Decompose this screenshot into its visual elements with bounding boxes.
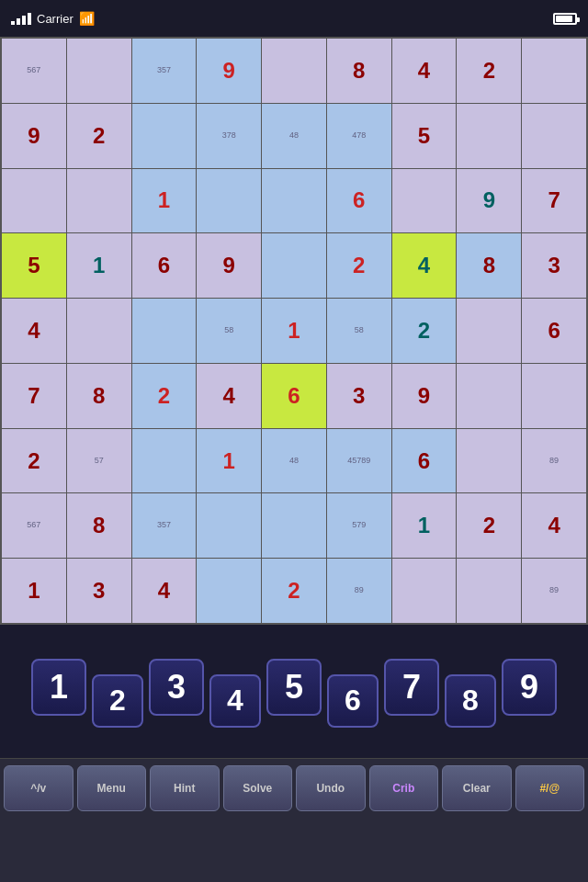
cell-2-4[interactable] xyxy=(262,169,326,233)
cell-4-1[interactable] xyxy=(67,299,131,363)
cell-6-0[interactable]: 2 xyxy=(2,429,66,493)
cell-3-7[interactable]: 8 xyxy=(457,233,521,298)
hint-button[interactable]: Hint xyxy=(150,765,220,811)
cell-4-6[interactable]: 2 xyxy=(392,299,457,363)
num-btn-3[interactable]: 3 xyxy=(149,659,204,716)
cell-6-3[interactable]: 1 xyxy=(197,429,261,493)
cell-0-4[interactable] xyxy=(262,39,326,103)
cell-2-5[interactable]: 6 xyxy=(327,169,391,233)
num-btn-6[interactable]: 6 xyxy=(327,674,379,728)
undo-button[interactable]: Undo xyxy=(296,765,366,811)
cell-3-2[interactable]: 6 xyxy=(132,233,197,298)
cell-5-3[interactable]: 4 xyxy=(197,364,261,428)
cell-7-4[interactable] xyxy=(262,493,326,558)
cell-5-5[interactable]: 3 xyxy=(327,364,391,428)
cell-5-1[interactable]: 8 xyxy=(67,364,131,428)
cell-4-0[interactable]: 4 xyxy=(2,299,66,363)
cell-7-6[interactable]: 1 xyxy=(392,493,457,558)
cell-7-1[interactable]: 8 xyxy=(67,493,131,558)
cell-8-4[interactable]: 2 xyxy=(262,559,326,623)
cell-0-6[interactable]: 4 xyxy=(392,39,457,103)
cell-1-5[interactable]: 478 xyxy=(327,104,391,168)
cell-1-2[interactable] xyxy=(132,104,197,168)
cell-7-3[interactable] xyxy=(197,493,261,558)
num-btn-2[interactable]: 2 xyxy=(92,674,143,728)
cell-8-1[interactable]: 3 xyxy=(67,559,131,623)
cell-3-8[interactable]: 3 xyxy=(522,233,586,298)
cell-8-8[interactable]: 89 xyxy=(522,559,586,623)
cell-7-8[interactable]: 4 xyxy=(522,493,586,558)
cell-2-6[interactable] xyxy=(392,169,457,233)
cell-7-5[interactable]: 579 xyxy=(327,493,391,558)
cell-6-8[interactable]: 89 xyxy=(522,429,586,493)
num-btn-7[interactable]: 7 xyxy=(384,659,439,716)
cell-6-4[interactable]: 48 xyxy=(262,429,326,493)
cell-5-4[interactable]: 6 xyxy=(262,364,326,428)
cell-0-1[interactable] xyxy=(67,39,131,103)
cell-1-1[interactable]: 2 xyxy=(67,104,131,168)
cell-2-0[interactable] xyxy=(2,169,66,233)
cell-6-6[interactable]: 6 xyxy=(392,429,457,493)
num-btn-9[interactable]: 9 xyxy=(502,659,557,716)
cell-0-8[interactable] xyxy=(522,39,586,103)
cell-5-0[interactable]: 7 xyxy=(2,364,66,428)
cell-1-0[interactable]: 9 xyxy=(2,104,66,168)
cell-7-0[interactable]: 567 xyxy=(2,493,66,558)
cell-2-7[interactable]: 9 xyxy=(457,169,521,233)
cell-4-4[interactable]: 1 xyxy=(262,299,326,363)
cell-4-8[interactable]: 6 xyxy=(522,299,586,363)
menu-button[interactable]: Menu xyxy=(77,765,147,811)
cell-8-6[interactable] xyxy=(392,559,457,623)
cell-8-5[interactable]: 89 xyxy=(327,559,391,623)
cell-6-2[interactable] xyxy=(132,429,197,493)
cell-1-4[interactable]: 48 xyxy=(262,104,326,168)
updown-button[interactable]: ^/v xyxy=(4,765,74,811)
cell-7-2[interactable]: 357 xyxy=(132,493,197,558)
cell-8-0[interactable]: 1 xyxy=(2,559,66,623)
cell-2-1[interactable] xyxy=(67,169,131,233)
cell-6-1[interactable]: 57 xyxy=(67,429,131,493)
cell-5-2[interactable]: 2 xyxy=(132,364,197,428)
cell-0-7[interactable]: 2 xyxy=(457,39,521,103)
num-btn-1[interactable]: 1 xyxy=(31,659,86,716)
cell-3-0[interactable]: 5 xyxy=(2,233,66,298)
cell-8-2[interactable]: 4 xyxy=(132,559,197,623)
cell-5-8[interactable] xyxy=(522,364,586,428)
cell-1-6[interactable]: 5 xyxy=(392,104,457,168)
cell-6-5[interactable]: 45789 xyxy=(327,429,391,493)
cell-4-5[interactable]: 58 xyxy=(327,299,391,363)
cell-3-3[interactable]: 9 xyxy=(197,233,261,298)
hash-button[interactable]: #/@ xyxy=(515,765,585,811)
cell-1-8[interactable] xyxy=(522,104,586,168)
status-bar: Carrier 📶 xyxy=(0,0,588,37)
cell-0-0[interactable]: 567 xyxy=(2,39,66,103)
cell-2-8[interactable]: 7 xyxy=(522,169,586,233)
cell-6-7[interactable] xyxy=(457,429,521,493)
cell-2-3[interactable] xyxy=(197,169,261,233)
cell-1-7[interactable] xyxy=(457,104,521,168)
cell-0-3[interactable]: 9 xyxy=(197,39,261,103)
cell-5-6[interactable]: 9 xyxy=(392,364,457,428)
cell-2-2[interactable]: 1 xyxy=(132,169,197,233)
num-btn-5[interactable]: 5 xyxy=(266,659,322,716)
clear-button[interactable]: Clear xyxy=(442,765,512,811)
cell-3-6[interactable]: 4 xyxy=(392,233,457,298)
cell-5-7[interactable] xyxy=(457,364,521,428)
crib-button[interactable]: Crib xyxy=(369,765,439,811)
solve-button[interactable]: Solve xyxy=(223,765,293,811)
cell-8-7[interactable] xyxy=(457,559,521,623)
cell-3-1[interactable]: 1 xyxy=(67,233,131,298)
cell-7-7[interactable]: 2 xyxy=(457,493,521,558)
cell-4-3[interactable]: 58 xyxy=(197,299,261,363)
cell-1-3[interactable]: 378 xyxy=(197,104,261,168)
num-btn-4[interactable]: 4 xyxy=(209,674,261,728)
cell-4-7[interactable] xyxy=(457,299,521,363)
num-btn-8[interactable]: 8 xyxy=(445,674,496,728)
cell-3-4[interactable] xyxy=(262,233,326,298)
cell-0-5[interactable]: 8 xyxy=(327,39,391,103)
cell-0-2[interactable]: 357 xyxy=(132,39,197,103)
cell-3-5[interactable]: 2 xyxy=(327,233,391,298)
cell-8-3[interactable] xyxy=(197,559,261,623)
cell-4-2[interactable] xyxy=(132,299,197,363)
numpad-col-4: 4 xyxy=(209,674,261,728)
